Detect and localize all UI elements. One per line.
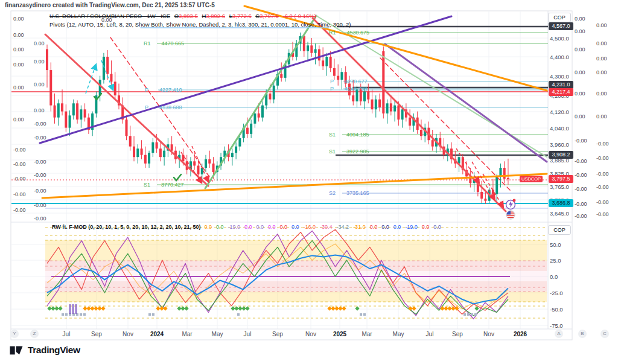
time-marker-badge-y[interactable]: Y xyxy=(10,330,19,338)
time-marker-badge-a[interactable]: A xyxy=(555,330,563,338)
candle-body xyxy=(106,57,109,74)
indicator-value-float: 0.00 xyxy=(13,117,24,123)
candle-body xyxy=(322,60,324,66)
time-label: Nov xyxy=(305,331,316,337)
oscillator-legend[interactable]: RW ft. F-MOD (0, 20, 10, 1, 5, 0, 20, 10… xyxy=(52,224,450,230)
symbol-title[interactable]: U.S. DOLLAR / COLOMBIAN PESO · 1W · ICE xyxy=(49,13,170,19)
tradingview-wordmark: TradingView xyxy=(28,345,80,356)
osc-marker-square xyxy=(467,313,470,316)
indicator-value-float: -0.00 xyxy=(596,212,609,217)
indicator-value-float: -0.00 xyxy=(596,156,609,161)
price-tick: 4,120.0 xyxy=(550,109,569,115)
candle-body xyxy=(246,128,249,134)
indicator-value-float: -0.00 xyxy=(13,162,26,167)
candle-body xyxy=(480,192,483,199)
tradingview-logo-icon xyxy=(8,343,24,357)
osc-tick: -25.0 xyxy=(550,290,563,296)
candle-body xyxy=(432,140,434,146)
candle-body xyxy=(378,100,381,107)
candle-body xyxy=(159,148,162,157)
candle-body xyxy=(314,49,317,53)
indicator-value-float: 0.00 xyxy=(34,108,45,113)
indicator-value-float: -0.00 xyxy=(575,138,587,144)
symbol-legend[interactable]: U.S. DOLLAR / COLOMBIAN PESO · 1W · ICE … xyxy=(49,13,351,28)
indicator-value-float: -0.00 xyxy=(13,176,26,182)
candle-body xyxy=(253,113,256,124)
price-currency-badge[interactable]: COP xyxy=(548,13,571,22)
pivot-value: 4246.798 xyxy=(345,86,368,92)
ohlc-open-value: 3,803.5 xyxy=(179,13,198,19)
pivot-label: R14470.665 xyxy=(144,41,184,46)
indicator-value-float: 0.00 xyxy=(596,91,607,97)
osc-marker-bar xyxy=(69,304,71,314)
indicator-value-float: -0.00 xyxy=(596,141,609,147)
notification-dot xyxy=(513,199,516,202)
osc-tick: 0.0 xyxy=(550,274,558,280)
indicator-value-float: 0.00 xyxy=(13,85,24,91)
candle-body xyxy=(193,161,196,165)
candle-body xyxy=(61,103,63,111)
time-marker-badge-b[interactable]: B xyxy=(578,330,587,338)
chart-canvas[interactable] xyxy=(0,0,618,364)
candle-body xyxy=(397,106,400,120)
candle-body xyxy=(371,100,374,110)
candle-body xyxy=(318,49,320,60)
pivot-name: S1 xyxy=(329,148,336,155)
indicator-value-float: -0.00 xyxy=(13,147,26,153)
pivot-label: S13770.427 xyxy=(144,182,184,188)
candle-body xyxy=(495,176,498,194)
osc-marker-square xyxy=(471,313,473,316)
osc-marker-square xyxy=(80,313,82,316)
pivot-label: P4270.677 xyxy=(330,79,368,85)
indicator-value-float: 0.00 xyxy=(575,16,585,22)
candle-body xyxy=(212,164,215,172)
time-marker-badge-c[interactable]: C xyxy=(600,330,609,338)
price-tick: 3,960.0 xyxy=(550,142,569,148)
candle-body xyxy=(235,147,237,153)
pivot-value: 4227.410 xyxy=(159,87,182,93)
price-badge: 3,797.5 xyxy=(549,175,573,183)
time-label: Mar xyxy=(182,331,192,337)
candle-body xyxy=(133,147,135,158)
pivot-value: 4530.675 xyxy=(347,30,370,36)
indicator-value-float: -0.00 xyxy=(575,202,587,207)
oscillator-title[interactable]: RW ft. F-MOD (0, 20, 10, 1, 5, 0, 20, 10… xyxy=(52,224,200,230)
osc-marker-square xyxy=(148,313,151,316)
time-label: 2025 xyxy=(333,331,346,337)
indicator-value-float: -0.00 xyxy=(34,216,46,222)
indicator-value-float: 0.00 xyxy=(34,41,45,46)
pivot-name: R1 xyxy=(144,40,151,46)
candle-body xyxy=(76,103,78,120)
candle-body xyxy=(148,153,150,164)
osc-value: 0.0 xyxy=(280,224,288,230)
candle-body xyxy=(46,49,48,70)
osc-marker-bar xyxy=(75,304,77,314)
price-badge: 3,686.8 xyxy=(549,199,573,207)
time-marker-badge-z[interactable]: Z xyxy=(30,330,39,338)
indicator-value-float: 0.00 xyxy=(34,59,45,65)
indicator-value-float: -0.00 xyxy=(575,214,587,219)
osc-value: 0.0 xyxy=(381,224,389,230)
candle-body xyxy=(330,57,332,68)
osc-currency-badge[interactable]: COP xyxy=(548,225,571,235)
candle-body xyxy=(114,81,116,95)
indicator-value-float: -0.00 xyxy=(596,171,609,177)
indicator-value-float: -0.00 xyxy=(596,185,609,190)
indicator-value-float: -0.00 xyxy=(575,159,587,164)
candle-body xyxy=(261,106,264,118)
pivot-label: P4138.688 xyxy=(145,105,182,110)
price-tick: 4,400.0 xyxy=(550,54,569,60)
indicator-value-float: 0.00 xyxy=(13,33,24,38)
indicator-value-float: 0.00 xyxy=(575,114,585,120)
pivot-value: 4270.677 xyxy=(345,78,368,85)
symbol-legend-line1[interactable]: U.S. DOLLAR / COLOMBIAN PESO · 1W · ICE … xyxy=(49,13,351,20)
tradingview-logo[interactable]: TradingView xyxy=(8,343,80,357)
candle-body xyxy=(310,45,313,53)
osc-value: 0.0 xyxy=(291,224,299,230)
indicator-value-float: -0.00 xyxy=(34,121,46,127)
pivots-legend[interactable]: Pivots (12, AUTO, 15, Left, 8, 20, Show … xyxy=(49,21,351,28)
time-label: May xyxy=(212,331,223,337)
price-tick: 4,040.0 xyxy=(550,126,569,132)
osc-tick: 50.0 xyxy=(550,242,561,248)
osc-marker-square xyxy=(474,313,477,316)
